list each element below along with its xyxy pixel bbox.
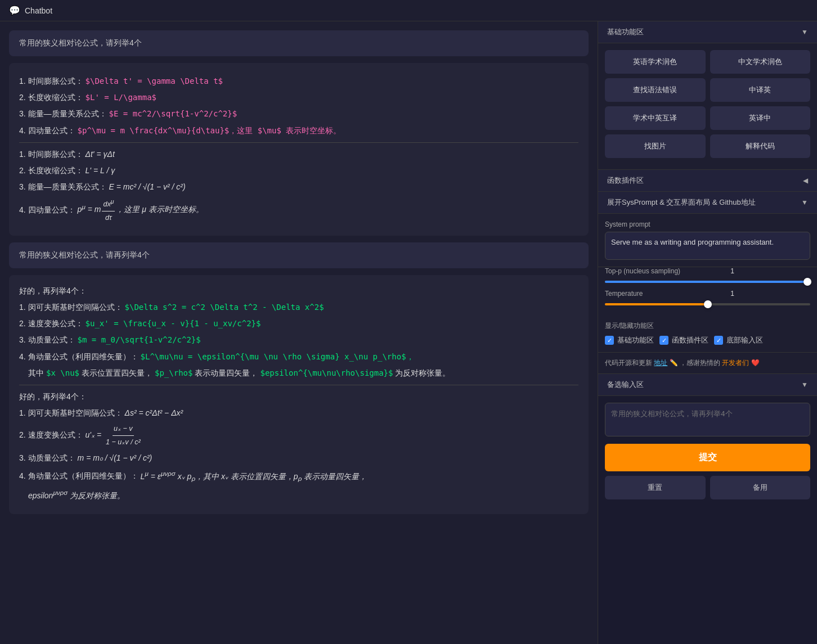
btn-cn-to-en[interactable]: 中译英 (710, 78, 811, 102)
checkbox-input[interactable]: ✓ 底部输入区 (714, 335, 763, 345)
visibility-section: 显示/隐藏功能区 ✓ 基础功能区 ✓ 函数插件区 ✓ 底部输入区 (598, 314, 817, 353)
sysprompt-body: System prompt Serve me as a writing and … (598, 214, 817, 267)
btn-grammar[interactable]: 查找语法错误 (605, 78, 706, 102)
top-p-fill (605, 281, 810, 283)
latex-item-3: 3. 能量—质量关系公式： $E = mc^2/\sqrt{1-v^2/c^2}… (19, 107, 578, 121)
extra-button[interactable]: 备用 (710, 476, 811, 499)
source-link[interactable]: 地址 (654, 359, 667, 367)
bottom-buttons: 重置 备用 (605, 476, 810, 499)
latex2-item-3: 3. 动质量公式： $m = m_0/\sqrt{1-v^2/c^2}$ (19, 333, 578, 347)
alternate-input-body: 提交 重置 备用 (598, 396, 817, 506)
btn-en-to-cn[interactable]: 英译中 (710, 106, 811, 130)
alternate-input-header[interactable]: 备选输入区 ▼ (598, 374, 817, 396)
basic-functions-body: 英语学术润色 中文学术润色 查找语法错误 中译英 学术中英互译 英译中 找图片 … (598, 43, 817, 170)
assistant-message-1: 1. 时间膨胀公式： $\Delta t' = \gamma \Delta t$… (9, 63, 589, 236)
latex-item-2: 2. 长度收缩公式： $L' = L/\gamma$ (19, 91, 578, 105)
app-header: 💬 Chatbot (0, 0, 817, 21)
rendered2-item-3: 3. 动质量公式： m = m₀ / √(1 − v² / c²) (19, 451, 578, 465)
chat-panel: 常用的狭义相对论公式，请列举4个 1. 时间膨胀公式： $\Delta t' =… (0, 21, 598, 644)
checkbox-plugins[interactable]: ✓ 函数插件区 (659, 335, 708, 345)
latex2-item-1: 1. 闵可夫斯基时空间隔公式： $\Delta s^2 = c^2 \Delta… (19, 300, 578, 314)
basic-functions-grid: 英语学术润色 中文学术润色 查找语法错误 中译英 学术中英互译 英译中 找图片 … (605, 50, 810, 158)
rendered2-item-4: 4. 角动量公式（利用四维矢量）： Lμ = εμνρσ xᵥ pρ，其中 xᵥ… (19, 467, 578, 484)
checkbox-basic-box: ✓ (605, 336, 614, 345)
temperature-track[interactable] (605, 303, 810, 305)
temperature-row: Temperature 1 (605, 290, 810, 298)
checkbox-plugins-box: ✓ (659, 336, 668, 345)
rendered-item-4: 4. 四动量公式： pμ = mdxμdτ，这里 μ 表示时空坐标。 (19, 196, 578, 224)
rendered2-item-2: 2. 速度变换公式： u'ₓ = uₓ − v1 − uₓv / c² (19, 422, 578, 448)
sysprompt-arrow: ▼ (801, 199, 808, 206)
latex2-item-4: 4. 角动量公式（利用四维矢量）： $L^\mu\nu = \epsilon^{… (19, 350, 578, 364)
rendered2-item-4-extra: epsilonμνρσ 为反对称张量。 (19, 487, 578, 503)
top-p-track[interactable] (605, 281, 810, 283)
links-section: 代码开源和更新 地址 ✏️ ，感谢热情的 开发者们 ❤️ (598, 353, 817, 374)
contributors-link[interactable]: 开发者们 (722, 359, 749, 367)
function-plugins-header[interactable]: 函数插件区 ◀ (598, 170, 817, 192)
rendered-item-1: 1. 时间膨胀公式： Δt' = γΔt (19, 147, 578, 161)
checkbox-basic[interactable]: ✓ 基础功能区 (605, 335, 654, 345)
btn-en-polish[interactable]: 英语学术润色 (605, 50, 706, 74)
sliders-section: Top-p (nucleus sampling) 1 Temperature 1 (598, 267, 817, 314)
function-plugins-arrow: ◀ (803, 177, 808, 184)
btn-academic-translate[interactable]: 学术中英互译 (605, 106, 706, 130)
basic-functions-header[interactable]: 基础功能区 ▼ (598, 21, 817, 43)
rendered-item-3: 3. 能量—质量关系公式： E = mc² / √(1 − v² / c²) (19, 180, 578, 194)
alternate-textarea[interactable] (605, 403, 810, 436)
checkbox-input-box: ✓ (714, 336, 723, 345)
user-message-2: 常用的狭义相对论公式，请再列举4个 (9, 242, 589, 268)
top-p-row: Top-p (nucleus sampling) 1 (605, 267, 810, 275)
latex-item-4: 4. 四动量公式： $p^\mu = m \frac{dx^\mu}{d\tau… (19, 124, 578, 138)
rendered-intro-2: 好的，再列举4个： (19, 390, 578, 404)
divider-2 (19, 385, 578, 385)
assistant-message-2: 好的，再列举4个： 1. 闵可夫斯基时空间隔公式： $\Delta s^2 = … (9, 275, 589, 514)
alternate-arrow: ▼ (801, 381, 808, 389)
rendered-item-2: 2. 长度收缩公式： L' = L / γ (19, 164, 578, 178)
user-message-1: 常用的狭义相对论公式，请列举4个 (9, 30, 589, 56)
latex-item-1: 1. 时间膨胀公式： $\Delta t' = \gamma \Delta t$ (19, 74, 578, 88)
main-layout: 常用的狭义相对论公式，请列举4个 1. 时间膨胀公式： $\Delta t' =… (0, 21, 817, 644)
latex2-item-4-extra: 其中 $x \nu$ 表示位置置四矢量， $p_\rho$ 表示动量四矢量， $… (19, 366, 578, 380)
chatbot-icon: 💬 (9, 5, 20, 16)
submit-button[interactable]: 提交 (605, 444, 810, 471)
temperature-thumb[interactable] (704, 300, 712, 308)
btn-cn-polish[interactable]: 中文学术润色 (710, 50, 811, 74)
basic-functions-arrow: ▼ (801, 28, 808, 36)
pencil-icon: ✏️ (670, 359, 678, 367)
temperature-fill (605, 303, 708, 305)
latex2-item-2: 2. 速度变换公式： $u_x' = \frac{u_x - v}{1 - u_… (19, 317, 578, 331)
btn-explain-code[interactable]: 解释代码 (710, 134, 811, 158)
app-title: Chatbot (25, 6, 52, 15)
heart-icon: ❤️ (751, 359, 760, 367)
reset-button[interactable]: 重置 (605, 476, 706, 499)
sysprompt-header[interactable]: 展开SysPrompt & 交互界面布局 & Github地址 ▼ (598, 192, 817, 214)
checkbox-grid: ✓ 基础功能区 ✓ 函数插件区 ✓ 底部输入区 (605, 335, 810, 345)
right-panel: 基础功能区 ▼ 英语学术润色 中文学术润色 查找语法错误 中译英 学术中英互译 … (598, 21, 817, 644)
top-p-thumb[interactable] (803, 278, 811, 286)
btn-find-image[interactable]: 找图片 (605, 134, 706, 158)
divider-1 (19, 142, 578, 143)
system-prompt-text[interactable]: Serve me as a writing and programming as… (605, 232, 810, 260)
rendered2-item-1: 1. 闵可夫斯基时空间隔公式： Δs² = c²Δt² − Δx² (19, 406, 578, 420)
assistant-intro: 好的，再列举4个： (19, 284, 578, 298)
